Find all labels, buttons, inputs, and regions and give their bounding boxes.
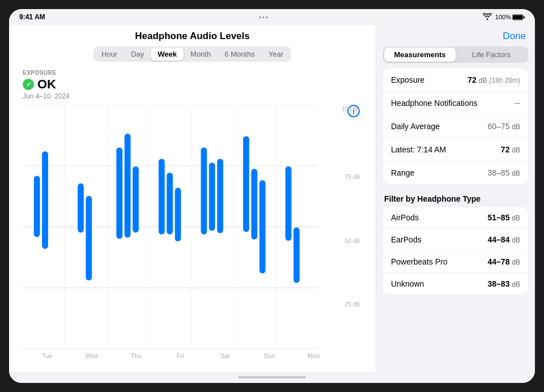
filter-row-powerbeats[interactable]: Powerbeats Pro 44–78 dB [383,251,528,273]
filter-label-powerbeats: Powerbeats Pro [391,257,448,266]
time-tabs: Hour Day Week Month 6 Months Year [94,46,291,62]
svg-rect-23 [175,188,181,241]
status-time: 9:41 AM [19,13,45,21]
svg-rect-14 [34,176,40,237]
day-label-wed: Wed [69,352,113,359]
tab-day[interactable]: Day [124,48,151,61]
metrics-card: Exposure 72 dB (18h 20m) Headphone Notif… [383,69,528,184]
day-label-tue: Tue [25,352,69,359]
chart-area: i [9,103,376,372]
day-label-sun: Sun [247,352,291,359]
segment-control: Measurements Life Factors [383,46,528,63]
day-label-thu: Thu [114,352,158,359]
chart-title: Headphone Audio Levels [20,31,364,42]
tab-6months[interactable]: 6 Months [218,48,261,61]
content-area: Headphone Audio Levels Hour Day Week Mon… [9,25,535,372]
battery-icon: 100% [495,14,525,20]
svg-rect-21 [159,159,165,234]
metric-row-range: Range 38–85 dB [383,161,528,184]
status-icons: 100% [483,13,525,22]
svg-rect-1 [513,15,522,19]
segment-measurements[interactable]: Measurements [384,48,456,62]
svg-rect-28 [251,169,257,239]
metric-value-range: 38–85 dB [487,168,520,177]
metric-value-notifications: -- [515,99,520,108]
date-range: Jun 4–10, 2024 [23,92,362,100]
chart-wrapper: 100 dB 75 dB 50 dB 25 dB Tue Wed Thu Fri… [23,105,362,360]
right-header: Done [376,25,535,46]
svg-rect-2 [524,16,525,18]
svg-rect-27 [243,137,249,232]
tab-week[interactable]: Week [151,48,184,61]
day-label-fri: Fri [158,352,202,359]
svg-rect-30 [286,167,292,241]
filter-label-earpods: EarPods [391,235,422,244]
filter-row-unknown[interactable]: Unknown 38–83 dB [383,273,528,295]
db-label-50: 50 dB [345,238,360,244]
filter-section-header: Filter by Headphone Type [376,191,535,207]
svg-rect-25 [209,163,215,231]
status-dots: ••• [259,14,269,20]
ok-badge: ✓ [23,79,34,90]
svg-rect-18 [116,147,122,238]
svg-rect-31 [294,228,300,283]
tab-hour[interactable]: Hour [95,48,124,61]
ipad-frame: 9:41 AM ••• 100% [9,9,535,383]
exposure-label: EXPOSURE [23,70,362,76]
metric-row-latest: Latest: 7:14 AM 72 dB [383,138,528,161]
right-panel: Done Measurements Life Factors Exposure … [376,25,535,372]
tab-year[interactable]: Year [262,48,290,61]
metric-row-exposure: Exposure 72 dB (18h 20m) [383,69,528,92]
svg-rect-16 [78,184,84,233]
home-bar [238,376,306,378]
svg-rect-22 [167,173,173,235]
svg-rect-20 [133,167,139,233]
metric-value-exposure: 72 dB (18h 20m) [468,75,520,84]
wifi-icon [483,13,492,22]
metric-value-latest: 72 dB [501,145,520,154]
svg-rect-24 [201,147,207,234]
chart-svg [23,105,338,350]
day-label-sat: Sat [203,352,247,359]
day-labels: Tue Wed Thu Fri Sat Sun Mon [23,352,338,359]
filter-value-unknown: 38–83 dB [487,279,520,288]
db-label-100: 100 dB [342,106,360,112]
svg-rect-26 [217,159,223,233]
metric-label-notifications: Headphone Notifications [391,99,478,108]
filter-value-powerbeats: 44–78 dB [487,257,520,266]
done-button[interactable]: Done [503,31,526,42]
tab-month[interactable]: Month [184,48,218,61]
db-label-25: 25 dB [345,301,360,308]
battery-percent: 100% [495,14,511,20]
svg-rect-15 [42,151,48,249]
filter-row-earpods[interactable]: EarPods 44–84 dB [383,229,528,251]
filter-label-airpods: AirPods [391,213,419,222]
metric-label-range: Range [391,168,414,177]
filter-label-unknown: Unknown [391,279,424,288]
svg-rect-17 [86,196,92,280]
left-panel: Headphone Audio Levels Hour Day Week Mon… [9,25,376,372]
segment-life-factors[interactable]: Life Factors [456,48,527,62]
status-bar: 9:41 AM ••• 100% [9,9,535,25]
filter-card: AirPods 51–85 dB EarPods 44–84 dB Powerb… [383,207,528,295]
svg-rect-29 [260,180,266,273]
metric-label-exposure: Exposure [391,75,424,84]
home-indicator [9,372,535,383]
svg-rect-19 [125,134,131,237]
exposure-status: ✓ OK [23,77,362,92]
filter-value-earpods: 44–84 dB [487,235,520,244]
db-label-75: 75 dB [345,174,360,180]
filter-value-airpods: 51–85 dB [487,213,520,222]
exposure-section: EXPOSURE ✓ OK Jun 4–10, 2024 [9,67,376,103]
metric-row-daily-avg: Daily Average 60–75 dB [383,115,528,138]
metric-label-daily-avg: Daily Average [391,122,440,131]
exposure-ok-text: OK [37,77,56,92]
chart-header: Headphone Audio Levels Hour Day Week Mon… [9,25,376,67]
metric-row-notifications: Headphone Notifications -- [383,92,528,115]
metric-label-latest: Latest: 7:14 AM [391,145,446,154]
metric-value-daily-avg: 60–75 dB [487,122,520,131]
filter-row-airpods[interactable]: AirPods 51–85 dB [383,207,528,229]
day-label-mon: Mon [292,352,336,359]
